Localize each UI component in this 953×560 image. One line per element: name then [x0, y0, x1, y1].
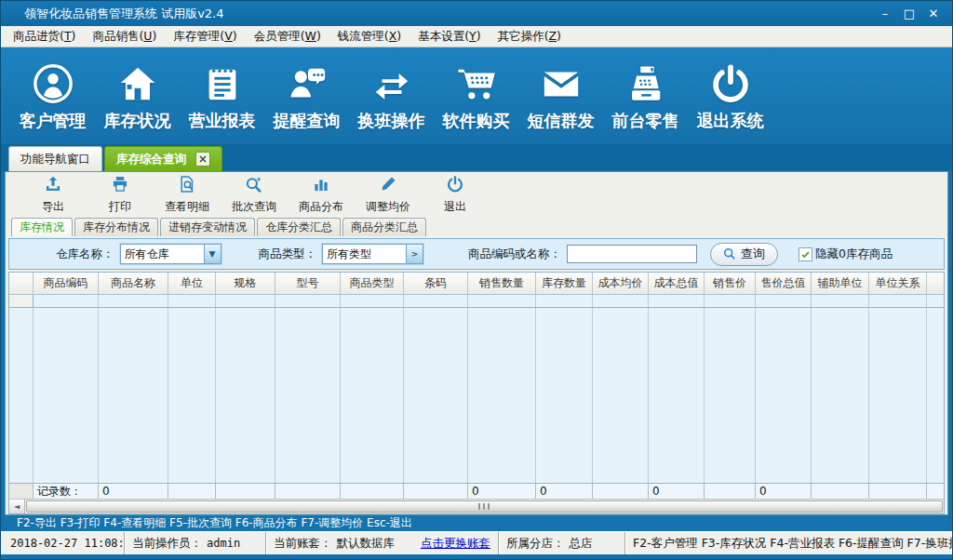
query-button-label: 查询 [741, 246, 765, 262]
tab-inventory-combined-query[interactable]: 库存综合查询 [104, 146, 222, 171]
window-title: 领智化妆品销售管理系统 试用版v2.4 [1, 6, 224, 22]
checkbox-box [799, 247, 812, 261]
product-type-value: 所有类型 [323, 247, 371, 262]
tab-function-navigation[interactable]: 功能导航窗口 [8, 146, 102, 171]
chevron-down-icon[interactable]: ▼ [204, 245, 221, 263]
product-type-select[interactable]: 所有类型 > [322, 244, 423, 264]
menu-item-inventory[interactable]: 库存管理(V) [165, 26, 245, 47]
column-header[interactable]: 售价总值 [756, 273, 812, 294]
scroll-left-arrow-icon[interactable]: ◄ [9, 500, 25, 513]
summary-selector-cell [9, 484, 34, 499]
column-header[interactable]: 规格 [216, 273, 275, 294]
bar-chart-icon [312, 175, 330, 197]
tab-close-icon[interactable] [195, 152, 210, 167]
column-header[interactable]: 销售价 [705, 273, 756, 294]
toolbar-software-purchase[interactable]: 软件购买 [434, 60, 518, 132]
scrollbar-thumb[interactable] [26, 500, 943, 513]
status-hotkeys: F2-客户管理 F3-库存状况 F4-营业报表 F6-提醒查询 F7-换班操作 [625, 532, 952, 554]
column-header-selector [9, 273, 34, 294]
window-bottom-edge [1, 554, 952, 559]
envelope-icon [540, 60, 583, 105]
maximize-button[interactable]: □ [902, 7, 917, 20]
summary-cost-total: 0 [649, 484, 705, 499]
hide-zero-stock-checkbox[interactable]: 隐藏0库存商品 [799, 247, 893, 262]
column-header[interactable]: 商品编码 [34, 273, 99, 294]
subtab-product-category-summary[interactable]: 商品分类汇总 [342, 218, 426, 236]
pencil-icon [379, 175, 397, 197]
menu-item-purchase[interactable]: 商品进货(T) [5, 26, 84, 47]
menu-item-members[interactable]: 会员管理(W) [246, 26, 329, 47]
document-search-icon [178, 175, 196, 197]
column-header[interactable]: 库存数量 [536, 273, 593, 294]
table-summary-row: 记录数： 0 0 0 0 0 [9, 483, 944, 499]
menu-item-cashflow[interactable]: 钱流管理(X) [329, 26, 409, 47]
minimize-button[interactable]: – [878, 7, 893, 20]
subtab-warehouse-category-summary[interactable]: 仓库分类汇总 [257, 218, 341, 236]
query-button[interactable]: 查询 [710, 243, 778, 266]
filter-bar: 仓库名称： 所有仓库 ▼ 商品类型： 所有类型 > 商品编码或名称： 查询 [8, 238, 945, 270]
export-icon [44, 175, 62, 197]
chevron-right-icon[interactable]: > [406, 245, 423, 263]
horizontal-scrollbar[interactable]: ◄ [9, 499, 944, 513]
magnifier-icon [723, 247, 736, 260]
sub-tab-bar: 库存情况 库存分布情况 进销存变动情况 仓库分类汇总 商品分类汇总 [6, 217, 947, 236]
status-account: 当前账套： 默认数据库 点击更换账套 [266, 532, 499, 554]
toolbar-exit-system[interactable]: 退出系统 [688, 60, 772, 132]
column-header[interactable]: 型号 [275, 273, 341, 294]
status-bar: 2018-02-27 11:08:49 当前操作员： admin 当前账套： 默… [1, 531, 952, 554]
power-icon [446, 175, 464, 197]
close-button[interactable]: ✕ [926, 7, 941, 20]
product-code-input[interactable] [567, 245, 697, 263]
column-header-filler [927, 273, 944, 294]
subtab-inventory-status[interactable]: 库存情况 [11, 218, 73, 236]
subtool-batch-query[interactable]: 批次查询 [231, 175, 277, 215]
column-header[interactable]: 销售数量 [468, 273, 536, 294]
toolbar-customer-management[interactable]: 客户管理 [10, 60, 95, 132]
subtab-inventory-distribution[interactable]: 库存分布情况 [74, 218, 158, 236]
column-header[interactable]: 商品名称 [99, 273, 168, 294]
app-window: 领智化妆品销售管理系统 试用版v2.4 – □ ✕ 商品进货(T) 商品销售(U… [0, 0, 953, 560]
column-header[interactable]: 条码 [404, 273, 468, 294]
tab-bar: 功能导航窗口 库存综合查询 [1, 144, 952, 171]
hint-bar-text: F2-导出 F3-打印 F4-查看明细 F5-批次查询 F6-商品分布 F7-调… [17, 516, 412, 529]
menu-item-other[interactable]: 其它操作(Z) [490, 26, 570, 47]
shopping-cart-icon [455, 60, 498, 105]
sub-toolbar: 导出 打印 查看明细 批次查询 商品分布 调整均价 [6, 172, 947, 217]
main-toolbar: 客户管理 库存状况 营业报表 提醒查询 换班操作 [1, 47, 952, 144]
subtool-print[interactable]: 打印 [97, 175, 143, 215]
subtool-export[interactable]: 导出 [30, 175, 76, 215]
record-count-label: 记录数： [34, 484, 99, 499]
column-header[interactable]: 商品类型 [341, 273, 404, 294]
table-body [9, 308, 944, 483]
toolbar-inventory-status[interactable]: 库存状况 [95, 60, 180, 132]
power-icon [709, 60, 752, 105]
table-empty-row [9, 295, 944, 308]
column-header[interactable]: 成本总值 [649, 273, 705, 294]
scrollbar-grip-icon [478, 503, 490, 510]
search-icon [245, 175, 263, 197]
toolbar-pos-retail[interactable]: 前台零售 [603, 60, 688, 132]
checkbox-check-icon [800, 249, 811, 260]
column-header[interactable]: 单位 [168, 273, 216, 294]
inventory-table: 商品编码 商品名称 单位 规格 型号 商品类型 条码 销售数量 库存数量 成本均… [8, 272, 945, 514]
warehouse-label: 仓库名称： [56, 247, 114, 262]
column-header[interactable]: 辅助单位 [812, 273, 869, 294]
subtool-exit[interactable]: 退出 [432, 175, 478, 215]
subtool-view-details[interactable]: 查看明细 [164, 175, 210, 215]
toolbar-shift-change[interactable]: 换班操作 [349, 60, 434, 132]
subtool-adjust-average-price[interactable]: 调整均价 [365, 175, 411, 215]
status-operator: 当前操作员： admin [125, 532, 266, 554]
toolbar-sms-broadcast[interactable]: 短信群发 [518, 60, 603, 132]
toolbar-business-reports[interactable]: 营业报表 [180, 60, 264, 132]
menu-item-sales[interactable]: 商品销售(U) [84, 26, 165, 47]
toolbar-reminder-query[interactable]: 提醒查询 [264, 60, 349, 132]
subtool-product-distribution[interactable]: 商品分布 [298, 175, 344, 215]
subtab-purchase-sales-changes[interactable]: 进销存变动情况 [160, 218, 255, 236]
column-header[interactable]: 单位关系 [869, 273, 927, 294]
column-header[interactable]: 成本均价 [593, 273, 649, 294]
switch-account-link[interactable]: 点击更换账套 [421, 536, 490, 552]
tab-label: 功能导航窗口 [20, 152, 90, 167]
warehouse-select[interactable]: 所有仓库 ▼ [120, 244, 221, 264]
product-type-label: 商品类型： [259, 247, 317, 262]
menu-item-settings[interactable]: 基本设置(Y) [409, 26, 489, 47]
